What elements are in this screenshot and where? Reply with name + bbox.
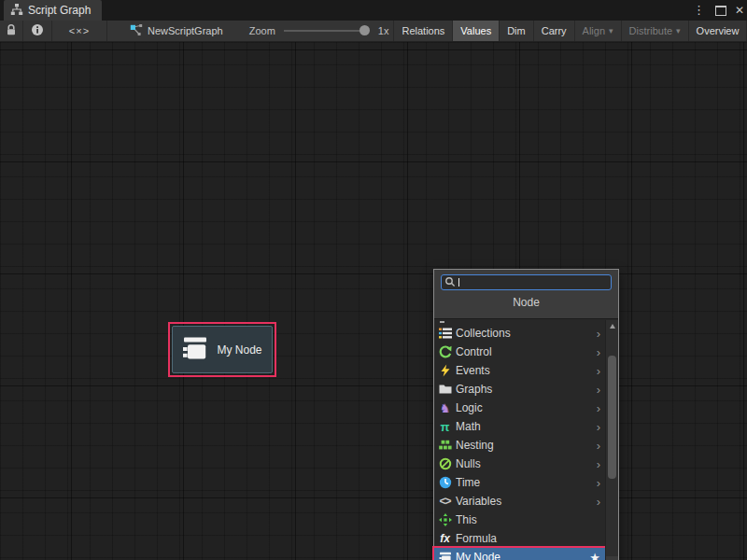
- events-icon: [438, 364, 452, 377]
- finder-title: Node: [441, 296, 612, 309]
- graph-breadcrumb[interactable]: NewScriptGraph: [130, 23, 223, 38]
- close-icon[interactable]: ✕: [735, 4, 744, 17]
- finder-scrollbar: [605, 320, 618, 560]
- toolbar-button-carry[interactable]: Carry: [534, 21, 574, 41]
- finder-item-events[interactable]: Events›: [434, 361, 606, 380]
- finder-item-label: Logic: [456, 401, 483, 414]
- chevron-right-icon: ›: [597, 458, 602, 470]
- finder-item-control[interactable]: Control›: [434, 343, 606, 361]
- finder-item-label: Variables: [456, 495, 501, 508]
- info-icon: [31, 23, 44, 38]
- my-node-unit[interactable]: My Node: [172, 326, 273, 373]
- finder-item-time[interactable]: Time›: [434, 473, 606, 492]
- zoom-label: Zoom: [249, 25, 275, 36]
- control-icon: [438, 345, 452, 358]
- finder-item-variables[interactable]: <>Variables›: [434, 492, 606, 511]
- graph-name: NewScriptGraph: [148, 25, 223, 36]
- toolbar-button-values[interactable]: Values: [453, 21, 499, 41]
- graphs-icon: [438, 383, 452, 396]
- nulls-icon: [438, 457, 452, 470]
- node-icon: [182, 336, 208, 364]
- tab-script-graph[interactable]: Script Graph: [4, 0, 102, 21]
- toolbar-button-label: Distribute: [629, 21, 672, 41]
- toolbar-button-label: Overview: [697, 21, 740, 41]
- code-view-button[interactable]: <×>: [52, 21, 106, 41]
- finder-item-math[interactable]: πMath›: [434, 417, 606, 436]
- sitemap-icon: [10, 3, 23, 19]
- variables-icon: <>: [438, 495, 452, 508]
- lock-icon: [5, 23, 18, 38]
- finder-item-graphs[interactable]: Graphs›: [434, 380, 606, 399]
- finder-item-label: Formula: [456, 532, 497, 545]
- math-icon: π: [438, 420, 452, 433]
- search-icon: [444, 274, 456, 291]
- info-button[interactable]: [23, 21, 51, 41]
- toolbar-buttons: RelationsValuesDimCarryAlign▾Distribute▾…: [393, 21, 747, 41]
- finder-item-logic[interactable]: ♞Logic›: [434, 399, 606, 417]
- scrollbar-thumb[interactable]: [608, 356, 616, 479]
- toolbar-button-label: Carry: [542, 21, 567, 41]
- favorite-star-icon[interactable]: ★: [589, 552, 602, 560]
- logic-icon: ♞: [438, 401, 452, 414]
- graph-toolbar: <×> NewScriptGraph Zoom 1x RelationsValu…: [0, 21, 747, 42]
- maximize-icon[interactable]: [715, 6, 726, 16]
- finder-item-label: This: [456, 513, 477, 526]
- zoom-slider[interactable]: [284, 30, 370, 32]
- collections-icon: [438, 327, 452, 340]
- finder-item-label: Control: [456, 345, 492, 358]
- node-label: My Node: [217, 343, 261, 357]
- fuzzy-finder-header: Node: [434, 270, 618, 319]
- search-input[interactable]: [458, 276, 608, 288]
- finder-item-label: Collections: [456, 327, 511, 340]
- finder-item-label: Nulls: [456, 457, 481, 470]
- this-icon: [438, 513, 452, 526]
- finder-item-label: Graphs: [456, 383, 492, 396]
- lock-button[interactable]: [0, 21, 22, 41]
- chevron-right-icon: ›: [597, 477, 602, 489]
- toolbar-button-dim[interactable]: Dim: [500, 21, 533, 41]
- toolbar-button-align: Align▾: [575, 21, 621, 41]
- node-icon: [438, 551, 452, 560]
- graph-canvas[interactable]: My Node Node Collections›Control›Events›…: [0, 42, 747, 560]
- time-icon: [438, 476, 452, 489]
- finder-item-nesting[interactable]: Nesting›: [434, 436, 606, 455]
- finder-item-this[interactable]: This: [434, 511, 606, 529]
- finder-item-collections[interactable]: Collections›: [434, 324, 606, 343]
- finder-item-label: Time: [456, 476, 480, 489]
- code-icon: <×>: [69, 25, 90, 36]
- scroll-down-button[interactable]: [606, 556, 618, 560]
- toolbar-button-label: Dim: [507, 21, 526, 41]
- chevron-right-icon: ›: [597, 384, 602, 396]
- chevron-right-icon: ›: [597, 440, 602, 452]
- script-graph-window: Script Graph ⋮ ✕ <×> NewS: [0, 0, 747, 560]
- dropdown-caret-icon: ▾: [609, 21, 613, 41]
- tab-title: Script Graph: [28, 4, 91, 17]
- node-annotation-highlight: My Node: [168, 322, 276, 377]
- toolbar-button-overview[interactable]: Overview: [689, 21, 747, 41]
- finder-item-formula[interactable]: fxFormula: [434, 529, 606, 548]
- toolbar-button-relations[interactable]: Relations: [394, 21, 452, 41]
- toolbar-button-label: Relations: [402, 21, 444, 41]
- finder-item-label: My Node: [456, 551, 500, 560]
- nesting-icon: [438, 439, 452, 452]
- finder-item-label: Math: [456, 420, 481, 433]
- finder-item-my-node[interactable]: My Node★: [434, 548, 606, 560]
- formula-icon: fx: [438, 532, 452, 545]
- toolbar-button-label: Values: [460, 21, 491, 41]
- arrow-up-icon: [610, 324, 615, 329]
- chevron-right-icon: ›: [597, 365, 602, 377]
- scroll-up-button[interactable]: [606, 320, 618, 332]
- graph-icon: [130, 23, 143, 38]
- finder-item-nulls[interactable]: Nulls›: [434, 455, 606, 473]
- zoom-slider-handle[interactable]: [359, 25, 370, 35]
- chevron-right-icon: ›: [597, 346, 602, 358]
- text-caret: [458, 278, 459, 287]
- search-box[interactable]: [441, 274, 612, 290]
- tab-strip: Script Graph ⋮ ✕: [0, 0, 747, 21]
- window-controls: ⋮ ✕: [691, 0, 744, 21]
- kebab-menu-icon[interactable]: ⋮: [691, 0, 707, 21]
- chevron-right-icon: ›: [597, 421, 602, 433]
- chevron-right-icon: ›: [597, 328, 602, 340]
- finder-list: Collections›Control›Events›Graphs›♞Logic…: [434, 320, 606, 560]
- zoom-value: 1x: [378, 25, 389, 36]
